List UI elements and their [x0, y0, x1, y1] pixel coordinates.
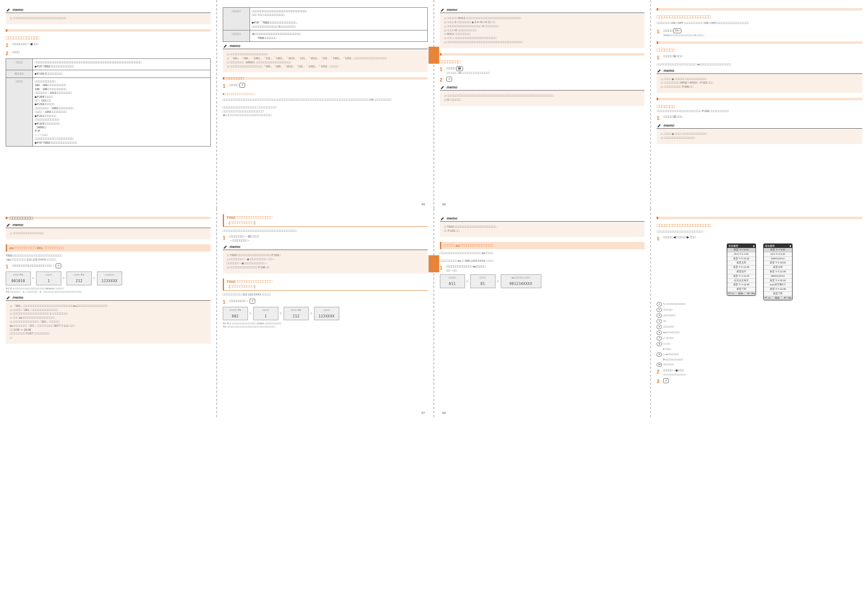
table-head: □□□□□ — [223, 8, 250, 30]
memo-box: memo T002□□□□□□□□□□□□□□□□□□□□ P.103□ □□□… — [223, 244, 428, 273]
memo-box: memo □□□□□□□□□□□□□□□□□□□□□□ 「184」「186」「1… — [223, 43, 428, 72]
body-text: □□□□□□□□□□□□□□□□□□□□□□□□□□□□□□□□□□□□□□□□… — [223, 229, 428, 233]
list-item: 東芝 T/ 7 9:32 — [764, 248, 792, 252]
list-item: 東芝 T/ 4 16:38 — [727, 283, 756, 287]
card-value: 001010 — [11, 279, 25, 283]
step-number: 1 — [6, 263, 10, 270]
step-number: 1 — [223, 235, 227, 243]
card-value: 901234XXXX — [509, 282, 532, 286]
list-item: 東芝 T/ 7 9:10 — [727, 248, 756, 252]
memo-box: memo 「001」□□□□□□□□□□□□□□□□□□□□□□□□□□□□□a… — [6, 295, 211, 344]
memo-line: □□□□□□□□（M562）□□□□□□□□□□□□□□□□□□□□ — [227, 60, 424, 65]
section-bar — [657, 41, 862, 44]
page-number: 95 — [422, 203, 425, 207]
page-97-right: T002□□□□□□□□□□□□□□□□ （□□□□□□□□□□） □□□□□□… — [217, 209, 434, 417]
section-bar: □□□□□□□□□ — [6, 217, 211, 219]
step-text: □□□□□ ☒ □□□ — [663, 115, 862, 121]
end-key-icon: ☎ — [456, 66, 463, 71]
memo-line: □□□□□□□□→◉□□□□□□□□□□→□□→ — [227, 257, 424, 261]
step-number: 1 — [657, 235, 661, 242]
list-item: 東芝 T/ 4 20:20 — [764, 279, 792, 283]
sub-heading: □□□□□□□□□□□□□□□ — [223, 92, 428, 97]
card-label: □□□□□ ※1 — [225, 308, 246, 314]
memo-line: □□□□□□□□□□□□□□□「001」□□□□□□ — [10, 320, 207, 324]
step-text: □□□□□ ◀ □□□□□ ▶ □□□ — [663, 235, 862, 242]
list-item: 東芝三郎 — [727, 287, 756, 292]
memo-line: ☒ □□□□□□ — [444, 98, 641, 102]
body-text: T002□□□□□□□□□□□□□□□□□□□□□□□□□□□□□ □au□□□… — [6, 254, 211, 261]
memo-line: □□□□□□□□□□□□□□□□□□□□□□□□□□□□□□□□□□□□□□□□… — [444, 94, 641, 98]
list-item: 東芝 T/ 5 18:26 — [727, 257, 756, 261]
page-97-left: □□□□□□□□□ memo □□□□□□□□□□□□□□□□□□ au□□□□… — [0, 209, 217, 417]
pencil-icon — [6, 7, 11, 12]
table-head: □□□□□ — [223, 30, 250, 42]
section-heading: □□□□□□□□ — [440, 59, 645, 65]
pencil-icon — [440, 216, 446, 221]
step-text: □□□□□ ☎□□□□□□ 30 □□□□□□□□□□□□□□□ — [446, 66, 645, 75]
body-text: □□□□□□□□□□□□□□□□□□□□□□□□ au□□□□□ □□□□□□□… — [440, 251, 645, 263]
memo-line: □□□□□□□□□□□□□□□□□□ — [10, 231, 207, 235]
screen-incoming: 着信履歴▮ 東芝 T/ 7 9:32 03-5 T/ 6 9:26 030001… — [763, 244, 793, 300]
screen-title: 発信履歴 — [728, 244, 738, 248]
step-text: □□□□ — [12, 50, 211, 57]
memo-line: □□□□ ☒ □□□□□□□□□□□ — [444, 28, 641, 32]
footnote: ※1 ☒ 1 □□□□□□□□□□□□□□□□ CDMA □□□□□□□□□□□… — [223, 322, 428, 328]
step-number: 2 — [6, 50, 10, 57]
screen-title: 着信履歴 — [765, 244, 775, 248]
top-two-row-table: □□□□□□□□□□□□□□□□□□□□□□□□□□□□□□□□□□□□□ □□… — [223, 7, 428, 42]
dial-sequence: □□□□□ ※1002▷ □□□□1▷ □□□□ ※2212▷ □□□□123X… — [223, 307, 428, 320]
pencil-icon — [223, 244, 228, 249]
memo-line: au□□□□□□□□「157」□□□□□ □□□□ 0077-7-111 □□□ — [10, 324, 207, 328]
card-label: □□□□ — [316, 308, 337, 314]
pencil-icon — [440, 7, 446, 12]
step-text: □□□□□ ↗ — [229, 83, 428, 89]
step-number: 1 — [440, 66, 444, 75]
table-cell: ※□□□□□□□□□□□□□□□□□□□□□□□□□□□ T002□□□□□□□ — [250, 30, 427, 42]
memo-label: memo — [13, 7, 24, 12]
footnote: ※1 ☒ 1 □□□□□□□□□□□□□□□□□□□□ 001010 □□□□□… — [6, 287, 211, 293]
call-key-icon: ↗ — [56, 263, 61, 268]
card-value: 212 — [76, 279, 83, 283]
screen-outgoing: 発信履歴▮ 東芝 T/ 7 9:10 03-5 T/ 6 4:40 東芝 T/ … — [727, 244, 756, 296]
memo-line: □□□□□□ M413 □□□□□□□□□□□□□□□□□□□□□□□□□□□□… — [444, 16, 641, 20]
pencil-icon — [6, 222, 11, 227]
memo-line: □□□□□□□□□□□□□□□□□□□□□□ — [227, 52, 424, 56]
list-item: 東芝 T/ 5 12:38 — [764, 270, 792, 274]
memo-line: 「184」「186」「1401」「131」「1401」「1612」「131」「1… — [227, 56, 424, 60]
step-text: □□□□□□□□□→ ↗ — [229, 299, 428, 305]
step-number: 1 — [440, 265, 444, 273]
memo-label: memo — [663, 68, 674, 73]
card-label: □□□□ ※1 — [8, 273, 29, 279]
step-number: 1 — [657, 54, 661, 61]
page-95-left: memo □□□□□□□□□□□□□□□□□□□□□□□□□□□□□□□ □□□… — [0, 0, 217, 209]
body-text: □□□□□□□□□□□□□□□□□□□□□□□□□□ P.208 □□□□□□□… — [657, 109, 862, 113]
table-head: □□□□ — [6, 78, 33, 146]
list-item: 東芝太郎 — [727, 261, 756, 265]
card-value: 002 — [232, 314, 239, 318]
memo-label: memo — [447, 7, 458, 12]
section-bar — [440, 53, 645, 56]
memo-line: □□□□ ◉ □□□□□□ □□□□□□□□□□□□ — [661, 77, 858, 81]
memo-line: □□□ ↕ □□□□□□□□□□□□□□□□□□□□□□□□ — [444, 36, 641, 40]
list-item: 03-5 T/ 6 4:40 — [727, 252, 756, 257]
memo-line: □□□□□□□□□□□□□□□□□□ — [661, 136, 858, 140]
section-heading: □□□□□□□□□□□□□□□□□□□□□ — [657, 222, 862, 228]
step-number: 2 — [657, 369, 661, 377]
list-item: 東芝 T/ 5 10:28 — [727, 265, 756, 270]
memo-label: memo — [13, 222, 24, 227]
card-value: 1 — [265, 314, 267, 318]
memo-line: □□□□□□□□□ M532 / M533 □ P.203 □□□ — [661, 81, 858, 85]
list-item: 0300013XXX — [764, 257, 792, 261]
thumb-tab — [433, 255, 439, 272]
memo-box: memo T002□□□□□□□□□□□□□□□□□□□□□□□□□ □□ P.… — [440, 216, 645, 237]
section-heading: □□□□□□□□□□□□□□□□□□□□□ — [657, 14, 862, 19]
section-bar: □□□□□□□ — [223, 77, 428, 80]
body-text: □□□□□□□□ ON / OFF □□□□□□□□□□□ ON / OFF□□… — [657, 21, 862, 25]
step-number: 2 — [440, 77, 444, 83]
softkey: 発信 — [775, 297, 780, 300]
memo-box: memo □□□□ ◉ □□□□ □□□□□□□□□□□□□□ □□□□□□□□… — [657, 123, 862, 144]
subsection-heading: T002□□□□□□□□□□□□□□□□ （□□□□□□□□□□） — [223, 214, 428, 227]
memo-line: □□□□□□□□□□□□□□□□□□□□□ 1 □□□□□□□□□ — [10, 312, 207, 316]
step-text: ↗ — [446, 77, 645, 83]
memo-line: □□ 9:00 〜 20:00 — [10, 328, 207, 332]
